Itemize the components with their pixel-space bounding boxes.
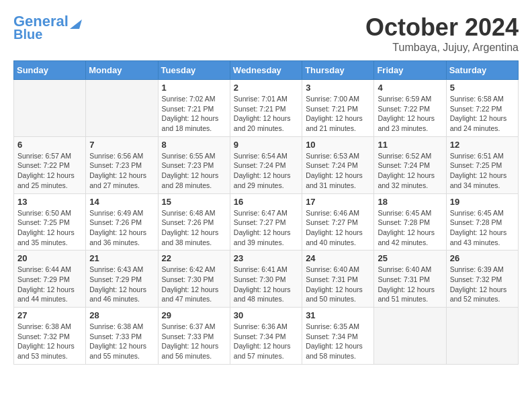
weekday-header: Tuesday	[158, 61, 230, 80]
logo-bird-icon	[70, 14, 82, 29]
weekday-header: Monday	[86, 61, 158, 80]
day-info: Sunrise: 6:40 AM Sunset: 7:31 PM Dayligh…	[306, 265, 370, 304]
calendar-cell: 23Sunrise: 6:41 AM Sunset: 7:30 PM Dayli…	[230, 250, 302, 308]
calendar-cell: 4Sunrise: 6:59 AM Sunset: 7:22 PM Daylig…	[374, 80, 446, 137]
day-number: 29	[162, 310, 226, 320]
calendar-cell: 17Sunrise: 6:46 AM Sunset: 7:27 PM Dayli…	[302, 193, 374, 250]
weekday-header: Sunday	[14, 61, 86, 80]
day-info: Sunrise: 6:44 AM Sunset: 7:29 PM Dayligh…	[17, 265, 82, 304]
day-info: Sunrise: 6:56 AM Sunset: 7:23 PM Dayligh…	[89, 151, 154, 191]
calendar-cell: 8Sunrise: 6:55 AM Sunset: 7:23 PM Daylig…	[158, 136, 230, 193]
day-info: Sunrise: 6:58 AM Sunset: 7:22 PM Dayligh…	[450, 94, 515, 134]
day-number: 14	[89, 197, 154, 207]
day-number: 25	[378, 253, 442, 263]
calendar-week-row: 6Sunrise: 6:57 AM Sunset: 7:22 PM Daylig…	[14, 136, 519, 193]
day-info: Sunrise: 6:54 AM Sunset: 7:24 PM Dayligh…	[234, 151, 298, 191]
day-number: 15	[162, 197, 226, 207]
day-info: Sunrise: 6:59 AM Sunset: 7:22 PM Dayligh…	[378, 94, 442, 134]
calendar-cell: 2Sunrise: 7:01 AM Sunset: 7:21 PM Daylig…	[230, 80, 302, 137]
calendar-cell	[86, 80, 158, 137]
day-number: 2	[234, 83, 298, 93]
day-info: Sunrise: 6:55 AM Sunset: 7:23 PM Dayligh…	[162, 151, 226, 191]
day-info: Sunrise: 6:42 AM Sunset: 7:30 PM Dayligh…	[162, 265, 226, 304]
calendar-cell: 16Sunrise: 6:47 AM Sunset: 7:27 PM Dayli…	[230, 193, 302, 250]
weekday-header: Friday	[374, 61, 446, 80]
day-info: Sunrise: 7:02 AM Sunset: 7:21 PM Dayligh…	[162, 94, 226, 134]
day-info: Sunrise: 7:01 AM Sunset: 7:21 PM Dayligh…	[234, 94, 298, 134]
day-info: Sunrise: 6:43 AM Sunset: 7:29 PM Dayligh…	[89, 265, 154, 304]
day-number: 27	[17, 310, 82, 320]
calendar-cell: 1Sunrise: 7:02 AM Sunset: 7:21 PM Daylig…	[158, 80, 230, 137]
weekday-header: Thursday	[302, 61, 374, 80]
calendar-cell: 11Sunrise: 6:52 AM Sunset: 7:24 PM Dayli…	[374, 136, 446, 193]
day-number: 6	[17, 140, 82, 150]
page-header: General Blue October 2024 Tumbaya, Jujuy…	[13, 13, 519, 54]
day-number: 19	[450, 197, 515, 207]
calendar-cell: 21Sunrise: 6:43 AM Sunset: 7:29 PM Dayli…	[86, 250, 158, 308]
day-info: Sunrise: 6:37 AM Sunset: 7:33 PM Dayligh…	[162, 322, 226, 361]
calendar-cell: 6Sunrise: 6:57 AM Sunset: 7:22 PM Daylig…	[14, 136, 86, 193]
day-number: 7	[89, 140, 154, 150]
day-number: 18	[378, 197, 442, 207]
calendar-cell: 26Sunrise: 6:39 AM Sunset: 7:32 PM Dayli…	[446, 250, 518, 308]
logo-text-blue: Blue	[13, 27, 42, 42]
day-number: 1	[162, 83, 226, 93]
day-info: Sunrise: 7:00 AM Sunset: 7:21 PM Dayligh…	[306, 94, 370, 134]
day-number: 23	[234, 253, 298, 263]
calendar-cell: 30Sunrise: 6:36 AM Sunset: 7:34 PM Dayli…	[230, 308, 302, 365]
day-info: Sunrise: 6:40 AM Sunset: 7:31 PM Dayligh…	[378, 265, 442, 304]
calendar-cell: 19Sunrise: 6:45 AM Sunset: 7:28 PM Dayli…	[446, 193, 518, 250]
calendar-week-row: 1Sunrise: 7:02 AM Sunset: 7:21 PM Daylig…	[14, 80, 519, 137]
day-info: Sunrise: 6:35 AM Sunset: 7:34 PM Dayligh…	[306, 322, 370, 361]
day-number: 8	[162, 140, 226, 150]
day-number: 31	[306, 310, 370, 320]
calendar-week-row: 27Sunrise: 6:38 AM Sunset: 7:32 PM Dayli…	[14, 308, 519, 365]
day-number: 13	[17, 197, 82, 207]
calendar-week-row: 20Sunrise: 6:44 AM Sunset: 7:29 PM Dayli…	[14, 250, 519, 308]
title-section: October 2024 Tumbaya, Jujuy, Argentina	[365, 13, 519, 54]
calendar-cell: 15Sunrise: 6:48 AM Sunset: 7:26 PM Dayli…	[158, 193, 230, 250]
day-number: 22	[162, 253, 226, 263]
location-subtitle: Tumbaya, Jujuy, Argentina	[365, 42, 519, 54]
day-info: Sunrise: 6:45 AM Sunset: 7:28 PM Dayligh…	[450, 208, 515, 248]
day-info: Sunrise: 6:41 AM Sunset: 7:30 PM Dayligh…	[234, 265, 298, 304]
day-info: Sunrise: 6:53 AM Sunset: 7:24 PM Dayligh…	[306, 151, 370, 191]
calendar-cell: 3Sunrise: 7:00 AM Sunset: 7:21 PM Daylig…	[302, 80, 374, 137]
day-info: Sunrise: 6:50 AM Sunset: 7:25 PM Dayligh…	[17, 208, 82, 248]
day-number: 21	[89, 253, 154, 263]
calendar-cell: 14Sunrise: 6:49 AM Sunset: 7:26 PM Dayli…	[86, 193, 158, 250]
calendar-cell: 25Sunrise: 6:40 AM Sunset: 7:31 PM Dayli…	[374, 250, 446, 308]
day-info: Sunrise: 6:36 AM Sunset: 7:34 PM Dayligh…	[234, 322, 298, 361]
calendar-cell: 13Sunrise: 6:50 AM Sunset: 7:25 PM Dayli…	[14, 193, 86, 250]
day-info: Sunrise: 6:48 AM Sunset: 7:26 PM Dayligh…	[162, 208, 226, 248]
calendar-cell	[374, 308, 446, 365]
calendar-cell: 27Sunrise: 6:38 AM Sunset: 7:32 PM Dayli…	[14, 308, 86, 365]
day-number: 12	[450, 140, 515, 150]
weekday-header: Wednesday	[230, 61, 302, 80]
calendar-cell: 10Sunrise: 6:53 AM Sunset: 7:24 PM Dayli…	[302, 136, 374, 193]
calendar-week-row: 13Sunrise: 6:50 AM Sunset: 7:25 PM Dayli…	[14, 193, 519, 250]
day-info: Sunrise: 6:52 AM Sunset: 7:24 PM Dayligh…	[378, 151, 442, 191]
day-number: 5	[450, 83, 515, 93]
day-info: Sunrise: 6:45 AM Sunset: 7:28 PM Dayligh…	[378, 208, 442, 248]
calendar-cell: 9Sunrise: 6:54 AM Sunset: 7:24 PM Daylig…	[230, 136, 302, 193]
calendar-cell: 29Sunrise: 6:37 AM Sunset: 7:33 PM Dayli…	[158, 308, 230, 365]
day-info: Sunrise: 6:47 AM Sunset: 7:27 PM Dayligh…	[234, 208, 298, 248]
day-info: Sunrise: 6:38 AM Sunset: 7:33 PM Dayligh…	[89, 322, 154, 361]
calendar-cell: 31Sunrise: 6:35 AM Sunset: 7:34 PM Dayli…	[302, 308, 374, 365]
calendar-cell	[446, 308, 518, 365]
day-number: 28	[89, 310, 154, 320]
calendar-cell: 7Sunrise: 6:56 AM Sunset: 7:23 PM Daylig…	[86, 136, 158, 193]
day-number: 4	[378, 83, 442, 93]
weekday-header: Saturday	[446, 61, 518, 80]
logo: General Blue	[13, 13, 82, 42]
day-info: Sunrise: 6:39 AM Sunset: 7:32 PM Dayligh…	[450, 265, 515, 304]
day-info: Sunrise: 6:51 AM Sunset: 7:25 PM Dayligh…	[450, 151, 515, 191]
calendar-cell: 28Sunrise: 6:38 AM Sunset: 7:33 PM Dayli…	[86, 308, 158, 365]
day-number: 16	[234, 197, 298, 207]
day-number: 26	[450, 253, 515, 263]
day-number: 11	[378, 140, 442, 150]
calendar-cell	[14, 80, 86, 137]
day-number: 20	[17, 253, 82, 263]
day-info: Sunrise: 6:38 AM Sunset: 7:32 PM Dayligh…	[17, 322, 82, 361]
